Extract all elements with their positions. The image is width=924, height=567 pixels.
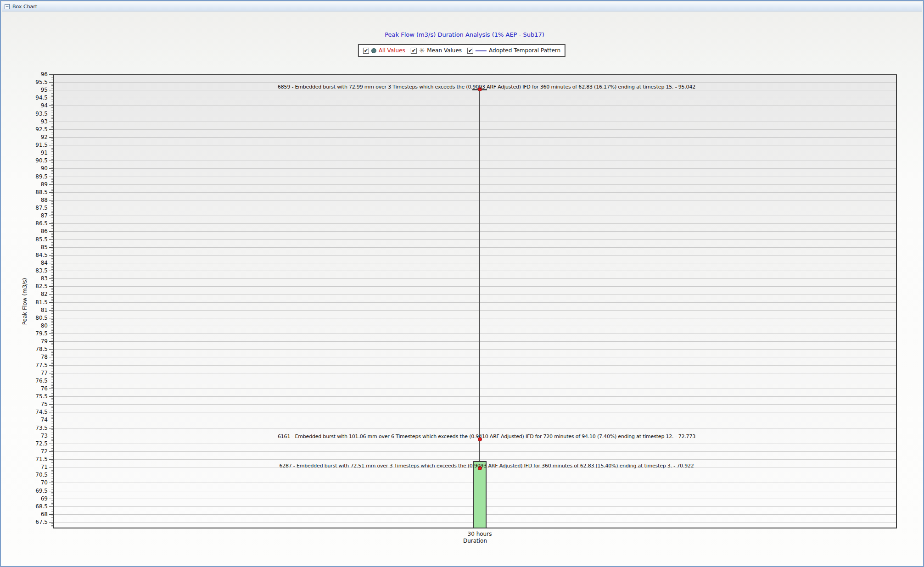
y-tick-label: 90 bbox=[10, 165, 48, 172]
gridline bbox=[54, 302, 896, 303]
asterisk-icon: ✳ bbox=[419, 48, 425, 53]
legend-label: All Values bbox=[379, 47, 405, 54]
y-major-tick bbox=[49, 373, 53, 373]
legend-label: Adopted Temporal Pattern bbox=[489, 47, 560, 54]
y-tick-label: 93 bbox=[10, 118, 48, 125]
y-major-tick bbox=[49, 467, 53, 467]
window-title: Box Chart bbox=[12, 4, 37, 10]
y-tick-label: 92 bbox=[10, 134, 48, 140]
gridline bbox=[54, 200, 896, 200]
y-tick-label: 74.5 bbox=[10, 409, 48, 415]
gridline bbox=[54, 412, 896, 412]
legend-checkbox-all-values[interactable]: ✔ bbox=[363, 48, 369, 54]
y-major-tick bbox=[49, 514, 53, 515]
x-tick-label-30-hours: 30 hours bbox=[468, 531, 492, 537]
gridline bbox=[54, 114, 896, 114]
y-major-tick bbox=[49, 137, 53, 138]
annotation-label: 6161 - Embedded burst with 101.06 mm ove… bbox=[278, 434, 695, 439]
y-major-tick bbox=[49, 451, 53, 452]
y-tick-label: 77.5 bbox=[10, 362, 48, 368]
y-tick-label: 87 bbox=[10, 212, 48, 219]
gridline bbox=[54, 373, 896, 373]
y-tick-label: 75 bbox=[10, 401, 48, 407]
y-tick-label: 93.5 bbox=[10, 111, 48, 117]
collapse-icon[interactable]: − bbox=[5, 4, 10, 9]
y-major-tick bbox=[49, 82, 53, 83]
gridline bbox=[54, 192, 896, 193]
gridline bbox=[54, 428, 896, 428]
y-major-tick bbox=[49, 365, 53, 366]
y-major-tick bbox=[49, 153, 53, 153]
y-major-tick bbox=[49, 200, 53, 200]
y-tick-label: 82.5 bbox=[10, 283, 48, 289]
gridline bbox=[54, 389, 896, 389]
y-major-tick bbox=[49, 381, 53, 381]
gridline bbox=[54, 341, 896, 342]
legend-checkbox-adopted-temporal-pattern[interactable]: ✔ bbox=[467, 48, 473, 54]
y-major-tick bbox=[49, 129, 53, 130]
y-major-tick bbox=[49, 239, 53, 240]
y-tick-label: 92.5 bbox=[10, 126, 48, 133]
y-tick-label: 85.5 bbox=[10, 236, 48, 243]
y-tick-label: 79 bbox=[10, 338, 48, 345]
legend-label: Mean Values bbox=[427, 47, 462, 54]
y-tick-label: 94.5 bbox=[10, 94, 48, 101]
y-major-tick bbox=[49, 145, 53, 145]
gridline bbox=[54, 381, 896, 381]
y-tick-label: 85 bbox=[10, 244, 48, 250]
y-major-tick bbox=[49, 491, 53, 491]
y-major-tick bbox=[49, 294, 53, 295]
y-major-tick bbox=[49, 208, 53, 208]
y-major-tick bbox=[49, 74, 53, 75]
gridline bbox=[54, 247, 896, 248]
gridline bbox=[54, 216, 896, 216]
gridline bbox=[54, 278, 896, 279]
y-tick-label: 78 bbox=[10, 354, 48, 360]
y-major-tick bbox=[49, 326, 53, 326]
y-major-tick bbox=[49, 168, 53, 169]
gridline bbox=[54, 98, 896, 98]
y-tick-label: 72 bbox=[10, 448, 48, 455]
y-major-tick bbox=[49, 404, 53, 405]
y-major-tick bbox=[49, 184, 53, 185]
gridline bbox=[54, 263, 896, 263]
gridline bbox=[54, 420, 896, 420]
y-tick-label: 95 bbox=[10, 87, 48, 93]
gridline bbox=[54, 255, 896, 256]
y-major-tick bbox=[49, 444, 53, 444]
y-tick-label: 70 bbox=[10, 479, 48, 486]
y-tick-label: 72.5 bbox=[10, 440, 48, 447]
legend-item-all-values: ✔All Values bbox=[363, 47, 405, 54]
y-tick-label: 71 bbox=[10, 464, 48, 470]
y-tick-label: 94 bbox=[10, 102, 48, 109]
y-tick-label: 73.5 bbox=[10, 425, 48, 431]
gridline bbox=[54, 326, 896, 326]
y-major-tick bbox=[49, 278, 53, 279]
line-icon bbox=[476, 50, 487, 51]
gridline bbox=[54, 451, 896, 452]
y-major-tick bbox=[49, 90, 53, 90]
gridline bbox=[54, 334, 896, 334]
y-axis-title: Peak Flow (m3/s) bbox=[22, 278, 28, 325]
gridline bbox=[54, 82, 896, 83]
annotation-label: 6287 - Embedded burst with 72.51 mm over… bbox=[279, 462, 694, 468]
y-tick-label: 76.5 bbox=[10, 378, 48, 384]
y-tick-label: 95.5 bbox=[10, 79, 48, 85]
y-tick-label: 75.5 bbox=[10, 393, 48, 400]
y-major-tick bbox=[49, 506, 53, 507]
y-major-tick bbox=[49, 177, 53, 177]
y-tick-label: 89.5 bbox=[10, 173, 48, 180]
y-tick-label: 68 bbox=[10, 511, 48, 517]
y-major-tick bbox=[49, 192, 53, 193]
y-major-tick bbox=[49, 310, 53, 311]
gridline bbox=[54, 365, 896, 366]
y-tick-label: 87.5 bbox=[10, 205, 48, 211]
legend-checkbox-mean-values[interactable]: ✔ bbox=[411, 48, 417, 54]
y-tick-label: 73 bbox=[10, 433, 48, 439]
y-tick-label: 69 bbox=[10, 495, 48, 502]
y-major-tick bbox=[49, 286, 53, 287]
legend-item-mean-values: ✔✳Mean Values bbox=[411, 47, 462, 54]
window-titlebar: − Box Chart bbox=[2, 2, 922, 11]
y-major-tick bbox=[49, 475, 53, 475]
gridline bbox=[54, 286, 896, 287]
